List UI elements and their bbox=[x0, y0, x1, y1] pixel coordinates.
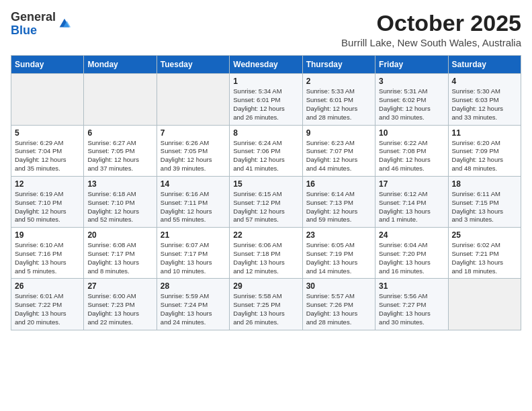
weekday-header-wednesday: Wednesday bbox=[230, 56, 302, 74]
calendar-cell: 27Sunrise: 6:00 AM Sunset: 7:23 PM Dayli… bbox=[84, 279, 157, 330]
day-number: 29 bbox=[233, 281, 298, 291]
day-number: 10 bbox=[379, 128, 444, 138]
week-row-2: 5Sunrise: 6:29 AM Sunset: 7:04 PM Daylig… bbox=[11, 125, 521, 176]
calendar-cell: 29Sunrise: 5:58 AM Sunset: 7:25 PM Dayli… bbox=[230, 279, 302, 330]
day-info: Sunrise: 6:22 AM Sunset: 7:08 PM Dayligh… bbox=[379, 139, 444, 173]
logo: General Blue bbox=[11, 11, 72, 38]
calendar-cell: 15Sunrise: 6:15 AM Sunset: 7:12 PM Dayli… bbox=[230, 176, 302, 227]
weekday-header-monday: Monday bbox=[84, 56, 157, 74]
day-number: 31 bbox=[379, 281, 444, 291]
day-number: 15 bbox=[233, 179, 298, 189]
day-info: Sunrise: 6:14 AM Sunset: 7:13 PM Dayligh… bbox=[306, 190, 371, 224]
day-number: 18 bbox=[452, 179, 517, 189]
day-info: Sunrise: 6:11 AM Sunset: 7:15 PM Dayligh… bbox=[452, 190, 517, 224]
calendar-cell: 24Sunrise: 6:04 AM Sunset: 7:20 PM Dayli… bbox=[375, 228, 448, 279]
day-number: 21 bbox=[161, 230, 226, 240]
day-info: Sunrise: 5:34 AM Sunset: 6:01 PM Dayligh… bbox=[233, 87, 298, 122]
calendar-cell: 1Sunrise: 5:34 AM Sunset: 6:01 PM Daylig… bbox=[230, 74, 302, 125]
calendar-cell: 2Sunrise: 5:33 AM Sunset: 6:01 PM Daylig… bbox=[302, 74, 375, 125]
day-info: Sunrise: 6:06 AM Sunset: 7:18 PM Dayligh… bbox=[233, 241, 298, 275]
calendar-cell: 3Sunrise: 5:31 AM Sunset: 6:02 PM Daylig… bbox=[375, 74, 448, 125]
month-title: October 2025 bbox=[341, 11, 521, 36]
calendar-table: SundayMondayTuesdayWednesdayThursdayFrid… bbox=[11, 55, 521, 330]
day-info: Sunrise: 6:16 AM Sunset: 7:11 PM Dayligh… bbox=[161, 190, 226, 224]
day-info: Sunrise: 6:01 AM Sunset: 7:22 PM Dayligh… bbox=[15, 292, 80, 326]
week-row-4: 19Sunrise: 6:10 AM Sunset: 7:16 PM Dayli… bbox=[11, 228, 521, 279]
day-info: Sunrise: 6:07 AM Sunset: 7:17 PM Dayligh… bbox=[161, 241, 226, 275]
day-number: 16 bbox=[306, 179, 371, 189]
day-number: 30 bbox=[306, 281, 371, 291]
day-info: Sunrise: 5:59 AM Sunset: 7:24 PM Dayligh… bbox=[161, 292, 226, 326]
calendar-cell: 8Sunrise: 6:24 AM Sunset: 7:06 PM Daylig… bbox=[230, 125, 302, 176]
day-info: Sunrise: 5:58 AM Sunset: 7:25 PM Dayligh… bbox=[233, 292, 298, 326]
day-number: 26 bbox=[15, 281, 80, 291]
day-number: 5 bbox=[15, 128, 80, 138]
day-number: 25 bbox=[452, 230, 517, 240]
weekday-header-row: SundayMondayTuesdayWednesdayThursdayFrid… bbox=[11, 56, 521, 74]
calendar-cell: 11Sunrise: 6:20 AM Sunset: 7:09 PM Dayli… bbox=[448, 125, 521, 176]
day-info: Sunrise: 6:19 AM Sunset: 7:10 PM Dayligh… bbox=[15, 190, 80, 224]
calendar-cell: 28Sunrise: 5:59 AM Sunset: 7:24 PM Dayli… bbox=[157, 279, 229, 330]
calendar-cell: 25Sunrise: 6:02 AM Sunset: 7:21 PM Dayli… bbox=[448, 228, 521, 279]
day-info: Sunrise: 6:29 AM Sunset: 7:04 PM Dayligh… bbox=[15, 139, 80, 173]
logo-blue: Blue bbox=[11, 24, 56, 38]
day-number: 17 bbox=[379, 179, 444, 189]
calendar-cell: 12Sunrise: 6:19 AM Sunset: 7:10 PM Dayli… bbox=[11, 176, 84, 227]
day-info: Sunrise: 6:12 AM Sunset: 7:14 PM Dayligh… bbox=[379, 190, 444, 224]
day-info: Sunrise: 5:56 AM Sunset: 7:27 PM Dayligh… bbox=[379, 292, 444, 326]
calendar-cell bbox=[11, 74, 84, 125]
day-info: Sunrise: 6:15 AM Sunset: 7:12 PM Dayligh… bbox=[233, 190, 298, 224]
week-row-1: 1Sunrise: 5:34 AM Sunset: 6:01 PM Daylig… bbox=[11, 74, 521, 125]
calendar-cell: 4Sunrise: 5:30 AM Sunset: 6:03 PM Daylig… bbox=[448, 74, 521, 125]
title-block: October 2025 Burrill Lake, New South Wal… bbox=[341, 11, 521, 48]
calendar-cell: 9Sunrise: 6:23 AM Sunset: 7:07 PM Daylig… bbox=[302, 125, 375, 176]
day-number: 11 bbox=[452, 128, 517, 138]
day-number: 7 bbox=[161, 128, 226, 138]
calendar-cell: 20Sunrise: 6:08 AM Sunset: 7:17 PM Dayli… bbox=[84, 228, 157, 279]
logo-icon bbox=[57, 16, 72, 31]
day-info: Sunrise: 6:08 AM Sunset: 7:17 PM Dayligh… bbox=[87, 241, 152, 275]
day-info: Sunrise: 6:05 AM Sunset: 7:19 PM Dayligh… bbox=[306, 241, 371, 275]
week-row-5: 26Sunrise: 6:01 AM Sunset: 7:22 PM Dayli… bbox=[11, 279, 521, 330]
calendar-cell: 21Sunrise: 6:07 AM Sunset: 7:17 PM Dayli… bbox=[157, 228, 229, 279]
day-info: Sunrise: 6:20 AM Sunset: 7:09 PM Dayligh… bbox=[452, 139, 517, 173]
day-number: 24 bbox=[379, 230, 444, 240]
calendar-cell: 14Sunrise: 6:16 AM Sunset: 7:11 PM Dayli… bbox=[157, 176, 229, 227]
calendar-cell: 30Sunrise: 5:57 AM Sunset: 7:26 PM Dayli… bbox=[302, 279, 375, 330]
day-number: 23 bbox=[306, 230, 371, 240]
day-number: 8 bbox=[233, 128, 298, 138]
calendar-cell: 18Sunrise: 6:11 AM Sunset: 7:15 PM Dayli… bbox=[448, 176, 521, 227]
calendar-cell: 26Sunrise: 6:01 AM Sunset: 7:22 PM Dayli… bbox=[11, 279, 84, 330]
calendar-cell: 23Sunrise: 6:05 AM Sunset: 7:19 PM Dayli… bbox=[302, 228, 375, 279]
day-number: 9 bbox=[306, 128, 371, 138]
day-number: 20 bbox=[87, 230, 152, 240]
day-number: 28 bbox=[161, 281, 226, 291]
day-info: Sunrise: 6:00 AM Sunset: 7:23 PM Dayligh… bbox=[87, 292, 152, 326]
day-info: Sunrise: 6:04 AM Sunset: 7:20 PM Dayligh… bbox=[379, 241, 444, 275]
day-info: Sunrise: 6:02 AM Sunset: 7:21 PM Dayligh… bbox=[452, 241, 517, 275]
day-info: Sunrise: 6:26 AM Sunset: 7:05 PM Dayligh… bbox=[161, 139, 226, 173]
calendar-cell: 22Sunrise: 6:06 AM Sunset: 7:18 PM Dayli… bbox=[230, 228, 302, 279]
day-number: 12 bbox=[15, 179, 80, 189]
day-number: 3 bbox=[379, 77, 444, 86]
calendar-cell: 6Sunrise: 6:27 AM Sunset: 7:05 PM Daylig… bbox=[84, 125, 157, 176]
day-info: Sunrise: 6:23 AM Sunset: 7:07 PM Dayligh… bbox=[306, 139, 371, 173]
day-number: 27 bbox=[87, 281, 152, 291]
day-info: Sunrise: 5:57 AM Sunset: 7:26 PM Dayligh… bbox=[306, 292, 371, 326]
week-row-3: 12Sunrise: 6:19 AM Sunset: 7:10 PM Dayli… bbox=[11, 176, 521, 227]
day-number: 22 bbox=[233, 230, 298, 240]
calendar-cell: 16Sunrise: 6:14 AM Sunset: 7:13 PM Dayli… bbox=[302, 176, 375, 227]
day-number: 13 bbox=[87, 179, 152, 189]
day-info: Sunrise: 6:18 AM Sunset: 7:10 PM Dayligh… bbox=[87, 190, 152, 224]
day-info: Sunrise: 6:10 AM Sunset: 7:16 PM Dayligh… bbox=[15, 241, 80, 275]
calendar-cell bbox=[448, 279, 521, 330]
header: General Blue October 2025 Burrill Lake, … bbox=[11, 11, 521, 48]
calendar-cell: 13Sunrise: 6:18 AM Sunset: 7:10 PM Dayli… bbox=[84, 176, 157, 227]
location-title: Burrill Lake, New South Wales, Australia bbox=[341, 37, 521, 48]
day-number: 4 bbox=[452, 77, 517, 86]
day-number: 1 bbox=[233, 77, 298, 86]
calendar-page: General Blue October 2025 Burrill Lake, … bbox=[0, 0, 532, 337]
day-info: Sunrise: 5:33 AM Sunset: 6:01 PM Dayligh… bbox=[306, 87, 371, 122]
day-number: 19 bbox=[15, 230, 80, 240]
day-info: Sunrise: 5:30 AM Sunset: 6:03 PM Dayligh… bbox=[452, 87, 517, 122]
